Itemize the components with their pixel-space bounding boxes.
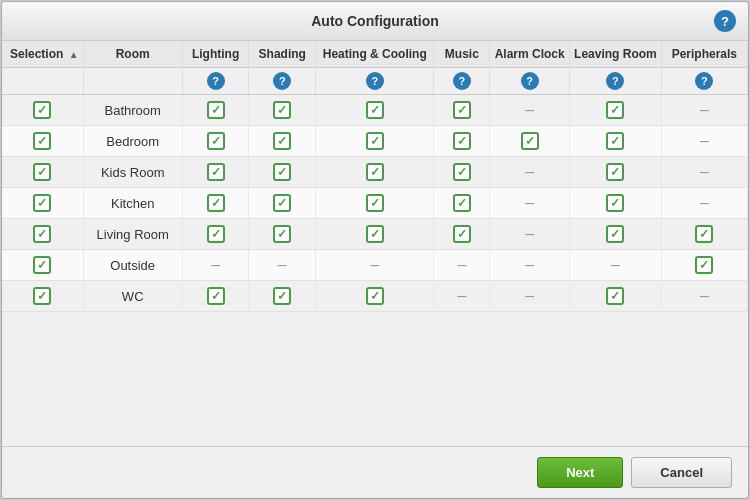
music-cell (434, 157, 490, 188)
check-icon (273, 194, 291, 212)
music-cell (434, 188, 490, 219)
col-peripherals-header: Peripherals (661, 41, 747, 68)
room-name-cell: WC (83, 281, 182, 312)
check-icon (606, 101, 624, 119)
shading-help-icon[interactable]: ? (273, 72, 291, 90)
check-icon (695, 256, 713, 274)
peripherals-help-icon[interactable]: ? (695, 72, 713, 90)
check-icon (366, 287, 384, 305)
alarm-cell: – (490, 281, 570, 312)
check-icon (453, 194, 471, 212)
check-icon (366, 132, 384, 150)
column-header-row: Selection ▲ Room Lighting Shading Heatin… (2, 41, 748, 68)
shading-cell (249, 126, 316, 157)
dash-icon: – (278, 256, 287, 273)
heating-cell: – (316, 250, 434, 281)
music-cell: – (434, 281, 490, 312)
row-selection-cell[interactable] (2, 250, 83, 281)
room-name-cell: Kids Room (83, 157, 182, 188)
row-checkbox[interactable] (33, 287, 51, 305)
lighting-cell (182, 188, 249, 219)
shading-cell (249, 188, 316, 219)
check-icon (207, 101, 225, 119)
shading-cell (249, 95, 316, 126)
heating-cell (316, 95, 434, 126)
check-icon (606, 132, 624, 150)
col-music-header: Music (434, 41, 490, 68)
leaving-cell (570, 219, 662, 250)
row-selection-cell[interactable] (2, 281, 83, 312)
check-icon (366, 101, 384, 119)
peripherals-cell: – (661, 157, 747, 188)
leaving-help-icon[interactable]: ? (606, 72, 624, 90)
lighting-cell (182, 126, 249, 157)
help-button[interactable]: ? (714, 10, 736, 32)
heating-cell (316, 126, 434, 157)
music-cell (434, 126, 490, 157)
col-selection-header[interactable]: Selection ▲ (2, 41, 83, 68)
row-checkbox[interactable] (33, 132, 51, 150)
heating-cell (316, 188, 434, 219)
room-name-cell: Living Room (83, 219, 182, 250)
row-checkbox[interactable] (33, 194, 51, 212)
dash-icon: – (611, 256, 620, 273)
shading-cell (249, 281, 316, 312)
dialog-title: Auto Configuration (36, 13, 714, 29)
row-selection-cell[interactable] (2, 126, 83, 157)
heating-help-icon[interactable]: ? (366, 72, 384, 90)
table-row: Living Room – (2, 219, 748, 250)
row-checkbox[interactable] (33, 163, 51, 181)
music-cell (434, 95, 490, 126)
check-icon (207, 287, 225, 305)
room-name-cell: Kitchen (83, 188, 182, 219)
room-name-cell: Bedroom (83, 126, 182, 157)
alarm-cell: – (490, 95, 570, 126)
row-checkbox[interactable] (33, 256, 51, 274)
auto-config-dialog: Auto Configuration ? Selection ▲ Room Li… (1, 1, 749, 499)
leaving-cell: – (570, 250, 662, 281)
peripherals-cell: – (661, 188, 747, 219)
table-row: Bedroom – (2, 126, 748, 157)
leaving-cell (570, 281, 662, 312)
dash-icon: – (457, 287, 466, 304)
lighting-cell (182, 157, 249, 188)
alarm-cell: – (490, 219, 570, 250)
heating-cell (316, 219, 434, 250)
cancel-button[interactable]: Cancel (631, 457, 732, 488)
dash-icon: – (525, 163, 534, 180)
dash-icon: – (211, 256, 220, 273)
check-icon (273, 132, 291, 150)
table-row: WC – – – (2, 281, 748, 312)
alarm-help-icon[interactable]: ? (521, 72, 539, 90)
check-icon (273, 287, 291, 305)
table-row: Kitchen – – (2, 188, 748, 219)
next-button[interactable]: Next (537, 457, 623, 488)
col-lighting-header: Lighting (182, 41, 249, 68)
check-icon (606, 225, 624, 243)
row-selection-cell[interactable] (2, 157, 83, 188)
room-name-cell: Outside (83, 250, 182, 281)
check-icon (606, 287, 624, 305)
help-icons-row: ? ? ? ? ? ? ? (2, 68, 748, 95)
alarm-cell: – (490, 188, 570, 219)
heating-cell (316, 281, 434, 312)
row-selection-cell[interactable] (2, 188, 83, 219)
lighting-cell (182, 95, 249, 126)
check-icon (366, 225, 384, 243)
leaving-cell (570, 95, 662, 126)
row-selection-cell[interactable] (2, 95, 83, 126)
music-cell (434, 219, 490, 250)
row-checkbox[interactable] (33, 225, 51, 243)
dash-icon: – (700, 101, 709, 118)
row-selection-cell[interactable] (2, 219, 83, 250)
dash-icon: – (457, 256, 466, 273)
check-icon (366, 194, 384, 212)
row-checkbox[interactable] (33, 101, 51, 119)
peripherals-cell (661, 250, 747, 281)
leaving-cell (570, 157, 662, 188)
peripherals-cell: – (661, 126, 747, 157)
lighting-help-icon[interactable]: ? (207, 72, 225, 90)
lighting-cell (182, 219, 249, 250)
music-help-icon[interactable]: ? (453, 72, 471, 90)
check-icon (273, 225, 291, 243)
